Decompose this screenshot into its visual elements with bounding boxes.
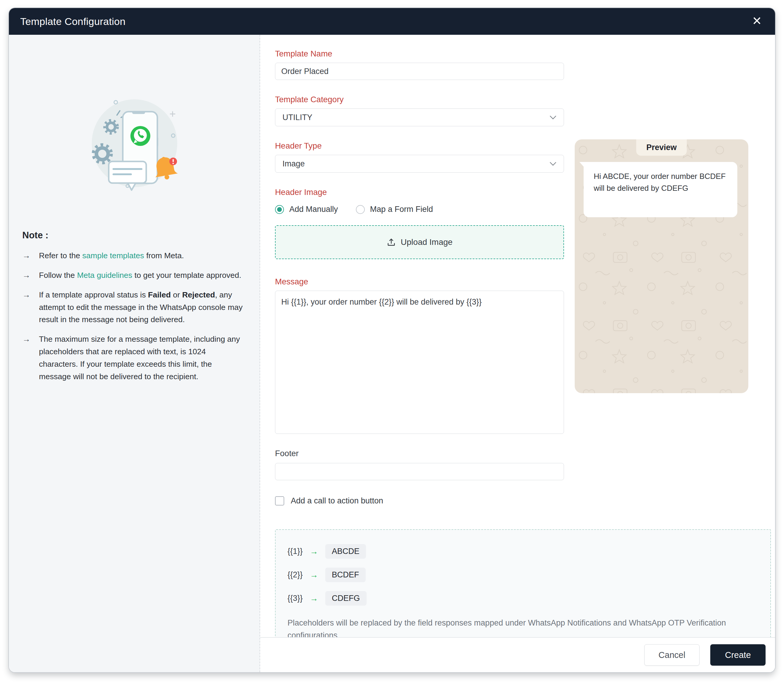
- message-textarea[interactable]: Hi {{1}}, your order number {{2}} will b…: [275, 291, 564, 434]
- header-image-label: Header Image: [275, 188, 564, 197]
- placeholder-token: {{3}}: [287, 594, 303, 603]
- footer-label: Footer: [275, 449, 564, 458]
- template-category-select[interactable]: UTILITY: [275, 108, 564, 126]
- arrow-icon: →: [22, 289, 31, 326]
- radio-unselected-icon: [356, 205, 365, 214]
- form-panel: Template Name Template Category UTILITY …: [260, 35, 775, 672]
- page: Template Configuration ×: [0, 0, 784, 682]
- placeholder-row: {{1}} → ABCDE: [287, 544, 770, 559]
- arrow-icon: →: [22, 250, 31, 262]
- template-name-label: Template Name: [275, 49, 564, 59]
- note-item: → The maximum size for a message templat…: [22, 333, 243, 383]
- whatsapp-notification-illustration: [83, 96, 182, 195]
- chevron-down-icon: [549, 115, 557, 120]
- upload-icon: [386, 237, 396, 247]
- placeholder-token: {{1}}: [287, 547, 303, 556]
- create-button[interactable]: Create: [710, 644, 766, 666]
- placeholder-value-chip: BCDEF: [325, 567, 366, 582]
- note-item: → Refer to the sample templates from Met…: [22, 250, 243, 262]
- meta-guidelines-link[interactable]: Meta guidelines: [77, 271, 132, 280]
- note-text: Refer to the: [39, 251, 82, 260]
- chevron-down-icon: [549, 162, 557, 166]
- close-icon[interactable]: ×: [752, 13, 762, 28]
- checkbox-icon[interactable]: [275, 496, 284, 505]
- footer-input[interactable]: [275, 463, 564, 480]
- note-text: Follow the: [39, 271, 77, 280]
- radio-add-manually[interactable]: Add Manually: [275, 205, 338, 214]
- message-label: Message: [275, 277, 564, 287]
- note-item: → If a template approval status is Faile…: [22, 289, 243, 326]
- whatsapp-preview: Preview Hi ABCDE, your order number BCDE…: [575, 139, 748, 393]
- template-configuration-dialog: Template Configuration ×: [9, 8, 775, 672]
- sample-templates-link[interactable]: sample templates: [82, 251, 144, 260]
- upload-label: Upload Image: [401, 237, 452, 247]
- placeholder-row: {{2}} → BCDEF: [287, 567, 770, 582]
- note-text: The maximum size for a message template,…: [39, 335, 240, 381]
- preview-tab: Preview: [636, 139, 687, 156]
- arrow-icon: →: [22, 333, 31, 383]
- whatsapp-icon: [131, 126, 150, 146]
- radio-map-form-field[interactable]: Map a Form Field: [356, 205, 433, 214]
- preview-message-bubble: Hi ABCDE, your order number BCDEF will b…: [584, 162, 737, 217]
- placeholder-row: {{3}} → CDEFG: [287, 591, 770, 606]
- note-heading: Note :: [22, 230, 243, 241]
- arrow-icon: →: [310, 594, 318, 603]
- cancel-button[interactable]: Cancel: [644, 644, 699, 666]
- arrow-icon: →: [310, 547, 318, 556]
- header-type-select[interactable]: Image: [275, 155, 564, 173]
- placeholder-mapping-box: {{1}} → ABCDE {{2}} → BCDEF {{3}} → CDEF…: [275, 529, 771, 655]
- placeholder-value-chip: CDEFG: [325, 591, 367, 606]
- arrow-icon: →: [310, 570, 318, 580]
- dialog-title: Template Configuration: [20, 16, 126, 27]
- note-text-bold: Failed: [148, 290, 171, 299]
- radio-selected-icon: [275, 205, 284, 214]
- template-category-value: UTILITY: [283, 113, 313, 122]
- note-item: → Follow the Meta guidelines to get your…: [22, 269, 243, 282]
- placeholder-value-chip: ABCDE: [325, 544, 366, 559]
- radio-label: Add Manually: [289, 205, 338, 214]
- placeholder-token: {{2}}: [287, 570, 303, 580]
- template-name-input[interactable]: [275, 63, 564, 80]
- info-panel: Note : → Refer to the sample templates f…: [9, 35, 260, 672]
- notification-badge-icon: [169, 158, 177, 165]
- template-category-label: Template Category: [275, 95, 564, 104]
- header-type-label: Header Type: [275, 141, 564, 151]
- note-text: to get your template approved.: [132, 271, 241, 280]
- arrow-icon: →: [22, 269, 31, 282]
- preview-message-text: Hi ABCDE, your order number BCDEF will b…: [594, 172, 726, 193]
- radio-label: Map a Form Field: [370, 205, 433, 214]
- note-text: from Meta.: [144, 251, 184, 260]
- note-text: If a template approval status is: [39, 290, 148, 299]
- cta-checkbox-row[interactable]: Add a call to action button: [275, 496, 564, 505]
- dialog-action-bar: Cancel Create: [260, 637, 775, 672]
- note-text-bold: Rejected: [182, 290, 215, 299]
- header-type-value: Image: [283, 159, 305, 169]
- dialog-body: Note : → Refer to the sample templates f…: [9, 35, 775, 672]
- dialog-titlebar: Template Configuration ×: [9, 8, 775, 35]
- cta-checkbox-label: Add a call to action button: [291, 496, 383, 505]
- note-text: or: [171, 290, 182, 299]
- upload-image-button[interactable]: Upload Image: [275, 225, 564, 259]
